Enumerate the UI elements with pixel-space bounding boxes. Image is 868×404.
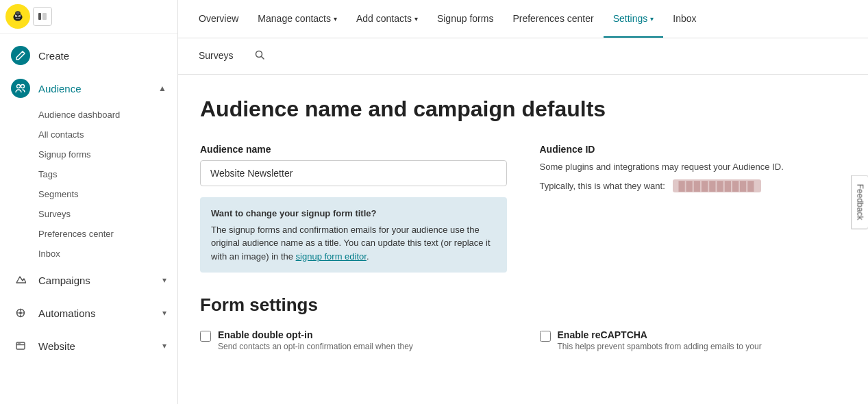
sidebar-item-label-create: Create xyxy=(38,50,166,62)
sidebar-item-create[interactable]: Create xyxy=(0,39,177,72)
chevron-down-icon-website: ▾ xyxy=(162,341,166,351)
recaptcha-col: Enable reCAPTCHA This helps prevent spam… xyxy=(540,329,847,351)
audience-icon xyxy=(11,79,30,98)
form-settings-row: Enable double opt-in Send contacts an op… xyxy=(200,329,846,351)
caret-down-icon: ▾ xyxy=(334,15,337,23)
top-nav-overview[interactable]: Overview xyxy=(189,1,248,38)
enable-double-optin-row: Enable double opt-in Send contacts an op… xyxy=(200,329,507,351)
sidebar-top-row xyxy=(0,0,177,34)
double-optin-col: Enable double opt-in Send contacts an op… xyxy=(200,329,507,351)
svg-point-12 xyxy=(19,312,22,314)
sidebar-item-segments[interactable]: Segments xyxy=(38,184,177,204)
top-nav-signup-forms[interactable]: Signup forms xyxy=(427,1,503,38)
audience-id-value: ██████████ xyxy=(673,179,760,192)
automations-icon xyxy=(11,303,30,323)
sidebar-item-automations[interactable]: Automations ▾ xyxy=(0,296,177,329)
sidebar-item-audience[interactable]: Audience ▲ xyxy=(0,72,177,105)
toggle-sidebar-button[interactable] xyxy=(33,7,52,26)
form-settings-title: Form settings xyxy=(200,294,846,316)
pencil-icon xyxy=(11,46,30,65)
feedback-button[interactable]: Feedback xyxy=(852,175,868,229)
sidebar-item-label-website: Website xyxy=(38,340,154,352)
top-nav-add-contacts[interactable]: Add contacts ▾ xyxy=(347,1,427,38)
sidebar-item-surveys[interactable]: Surveys xyxy=(38,204,177,224)
top-nav-preferences-center[interactable]: Preferences center xyxy=(503,1,603,38)
chevron-down-icon: ▾ xyxy=(162,275,166,285)
enable-recaptcha-checkbox[interactable] xyxy=(540,331,551,342)
svg-rect-8 xyxy=(42,13,47,20)
sidebar-item-tags[interactable]: Tags xyxy=(38,164,177,184)
website-icon xyxy=(11,336,30,355)
top-nav-settings[interactable]: Settings ▾ xyxy=(604,1,664,38)
main-content-area: Overview Manage contacts ▾ Add contacts … xyxy=(178,0,868,404)
audience-id-desc: Some plugins and integrations may reques… xyxy=(540,160,847,174)
audience-name-col: Audience name Want to change your signup… xyxy=(200,144,507,273)
search-button[interactable] xyxy=(249,44,271,68)
svg-point-14 xyxy=(18,343,19,344)
sidebar-item-signup-forms[interactable]: Signup forms xyxy=(38,144,177,164)
info-box: Want to change your signup form title? T… xyxy=(200,197,507,273)
info-box-body-end: . xyxy=(367,251,369,262)
caret-down-icon-add: ▾ xyxy=(414,15,418,23)
svg-rect-7 xyxy=(38,13,41,20)
sidebar-item-label-automations: Automations xyxy=(38,307,154,319)
audience-name-section: Audience name Want to change your signup… xyxy=(200,144,846,273)
enable-recaptcha-row: Enable reCAPTCHA This helps prevent spam… xyxy=(540,329,847,351)
enable-double-optin-desc: Send contacts an opt-in confirmation ema… xyxy=(218,342,413,351)
sidebar-item-inbox[interactable]: Inbox xyxy=(38,244,177,264)
enable-double-optin-checkbox[interactable] xyxy=(200,331,211,342)
sidebar-item-audience-dashboard[interactable]: Audience dashboard xyxy=(38,105,177,125)
sidebar-item-label-campaigns: Campaigns xyxy=(38,275,154,286)
audience-id-typically: Typically, this is what they want: █████… xyxy=(540,179,847,192)
svg-point-9 xyxy=(17,85,21,88)
top-navigation: Overview Manage contacts ▾ Add contacts … xyxy=(178,0,868,38)
top-nav-inbox[interactable]: Inbox xyxy=(663,1,706,38)
audience-name-input[interactable] xyxy=(200,160,507,186)
enable-double-optin-label: Enable double opt-in xyxy=(218,329,413,340)
page-title: Audience name and campaign defaults xyxy=(200,97,846,122)
page-content: Audience name and campaign defaults Audi… xyxy=(178,75,868,404)
audience-sub-nav: Audience dashboard All contacts Signup f… xyxy=(0,105,177,264)
chevron-up-icon: ▲ xyxy=(158,84,166,93)
info-box-title: Want to change your signup form title? xyxy=(211,207,496,220)
signup-form-editor-link[interactable]: signup form editor xyxy=(296,251,367,262)
campaigns-icon xyxy=(11,270,30,290)
top-nav-manage-contacts[interactable]: Manage contacts ▾ xyxy=(248,1,347,38)
caret-down-icon-settings: ▾ xyxy=(650,15,654,23)
enable-recaptcha-desc: This helps prevent spambots from adding … xyxy=(558,342,762,351)
sidebar-navigation: Create Audience ▲ Audience dashboard All… xyxy=(0,34,177,404)
top-nav-surveys[interactable]: Surveys xyxy=(189,45,243,68)
enable-recaptcha-label: Enable reCAPTCHA xyxy=(558,329,762,340)
sidebar-item-website[interactable]: Website ▾ xyxy=(0,329,177,362)
svg-point-6 xyxy=(16,12,20,14)
audience-name-label: Audience name xyxy=(200,144,507,155)
sidebar-item-preferences-center[interactable]: Preferences center xyxy=(38,224,177,244)
audience-id-col: Audience ID Some plugins and integration… xyxy=(540,144,847,273)
chevron-down-icon-automations: ▾ xyxy=(162,308,166,318)
sidebar-item-all-contacts[interactable]: All contacts xyxy=(38,125,177,144)
svg-point-10 xyxy=(21,85,25,88)
sidebar: Create Audience ▲ Audience dashboard All… xyxy=(0,0,178,404)
svg-point-4 xyxy=(18,16,20,17)
svg-point-3 xyxy=(16,16,17,17)
mailchimp-logo[interactable] xyxy=(5,4,30,29)
top-nav-row2: Surveys xyxy=(178,38,868,75)
sidebar-item-campaigns[interactable]: Campaigns ▾ xyxy=(0,264,177,296)
sidebar-item-label-audience: Audience xyxy=(38,83,150,94)
audience-id-label: Audience ID xyxy=(540,144,847,155)
svg-point-15 xyxy=(19,343,21,344)
